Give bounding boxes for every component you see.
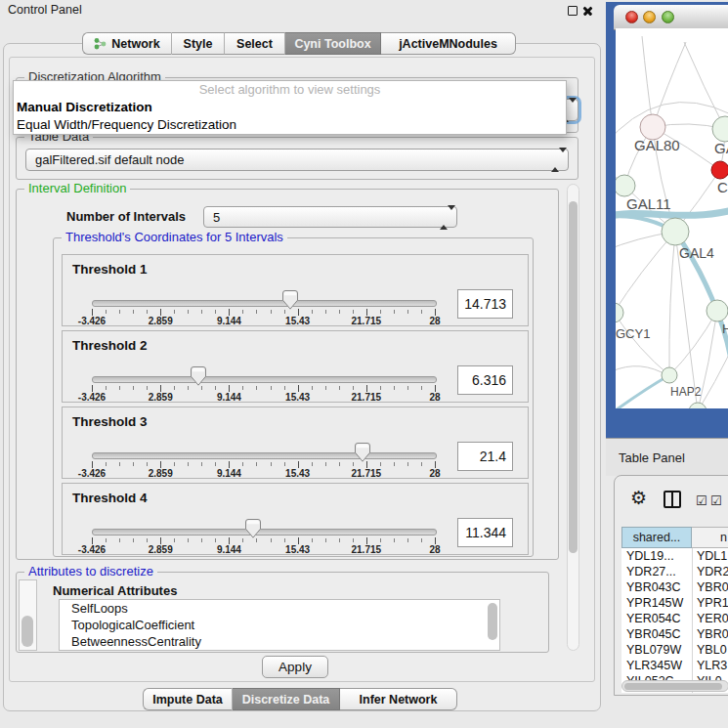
network-node-gcy1[interactable] [616,303,623,322]
tab-impute-data[interactable]: Impute Data [143,688,233,710]
form-vertical-scrollbar[interactable] [567,184,579,651]
network-canvas[interactable]: GAL80GACGAL11GAL4GCY1HHAP2 [616,28,728,408]
select-check-icon[interactable]: ☑ [710,493,722,508]
columns-icon[interactable] [664,491,681,508]
list-item-selfloops[interactable]: SelfLoops [60,600,499,617]
cell-name[interactable]: YBR0 [697,626,728,642]
network-node-c[interactable] [711,161,728,179]
scrollbar-thumb[interactable] [21,616,33,647]
slider-thumb[interactable] [245,519,261,538]
scrollbar-thumb[interactable] [488,603,497,640]
network-edge[interactable] [616,366,662,375]
tab-cyni-toolbox[interactable]: Cyni Toolbox [285,32,381,55]
threshold-value-field[interactable]: 6.316 [457,365,513,395]
cell-shared-name[interactable]: YBL079W [626,642,681,658]
tick-mark [298,385,299,392]
cell-shared-name[interactable]: YDL19... [626,548,674,564]
slider-track[interactable] [92,300,437,307]
table-row[interactable]: YDL19...YDL1 [621,548,728,564]
algorithm-option-manual-discretization[interactable]: Manual Discretization [14,99,566,116]
table-row[interactable]: YLR345WYLR3 [621,658,728,673]
tick-mark [133,538,134,542]
network-node[interactable] [689,403,707,408]
zoom-traffic-light-icon[interactable] [662,11,674,23]
network-node-hap2[interactable] [662,367,677,383]
slider-thumb[interactable] [355,443,370,462]
slider-thumb[interactable] [191,366,206,386]
network-window-titlebar[interactable] [614,5,728,30]
top-tab-bar: NetworkStyleSelectCyni ToolboxjActiveMNo… [82,32,516,55]
network-edge[interactable] [669,232,675,375]
network-edge[interactable] [642,36,653,127]
tab-infer-network[interactable]: Infer Network [340,688,457,710]
list-item-betweennesscentrality[interactable]: BetweennessCentrality [60,633,499,650]
cell-name[interactable]: YBL0 [697,642,727,658]
tick-mark [119,538,120,542]
network-edge[interactable] [684,42,725,129]
column-header-name[interactable]: n [692,527,728,548]
scrollbar-thumb[interactable] [624,683,722,690]
scrollbar-thumb[interactable] [569,201,578,553]
apply-button[interactable]: Apply [262,656,328,678]
select-all-check-icon[interactable]: ☑ [696,493,707,508]
slider-track[interactable] [92,376,437,383]
algorithm-option-equal-width-frequency-discretization[interactable]: Equal Width/Frequency Discretization [14,116,566,134]
tab-network[interactable]: Network [82,32,172,55]
slider-track[interactable] [92,452,437,459]
threshold-value-field[interactable]: 11.344 [457,518,513,547]
cell-shared-name[interactable]: YPR145W [626,595,683,611]
network-edge[interactable] [616,313,669,375]
network-node-h[interactable] [707,300,728,321]
close-traffic-light-icon[interactable] [625,11,638,23]
slider-thumb[interactable] [282,290,298,310]
cell-shared-name[interactable]: YDR27... [626,564,676,579]
network-edge[interactable] [698,351,728,408]
tab-select[interactable]: Select [225,32,285,55]
gear-icon[interactable]: ⚙ [630,488,647,509]
cell-name[interactable]: YLR3 [697,658,727,673]
cell-name[interactable]: YER0 [697,611,728,626]
cell-shared-name[interactable]: YLR345W [626,658,682,673]
threshold-value-field[interactable]: 14.713 [457,289,513,319]
float-window-icon[interactable] [568,6,578,16]
table-data-combobox[interactable]: galFiltered.sif default node [25,149,569,171]
table-row[interactable]: YPR145WYPR1 [621,595,728,611]
network-node-gal11[interactable] [616,175,635,196]
cell-name[interactable]: YDL1 [697,548,727,564]
tab-jactivemnodules[interactable]: jActiveMNodules [381,32,516,55]
table-horizontal-scrollbar[interactable] [621,680,728,692]
tick-mark [353,538,354,542]
network-edge[interactable] [669,311,717,375]
cell-shared-name[interactable]: YBR045C [626,626,681,642]
network-node-gal4[interactable] [662,218,689,245]
tab-style[interactable]: Style [172,32,225,55]
list-item-topologicalcoefficient[interactable]: TopologicalCoefficient [60,617,499,633]
network-edge-highlighted[interactable] [616,375,669,408]
network-node-ga[interactable] [712,116,728,142]
cell-shared-name[interactable]: YBR043C [626,579,681,595]
cell-shared-name[interactable]: YER054C [626,611,681,626]
tick-mark [325,386,326,390]
attributes-left-scrollbar[interactable] [19,579,37,651]
numerical-attributes-list[interactable]: SelfLoopsTopologicalCoefficientBetweenne… [59,599,500,651]
tab-discretize-data[interactable]: Discretize Data [233,688,340,710]
close-icon[interactable] [581,4,594,17]
table-row[interactable]: YBR045CYBR0 [621,626,728,642]
node-label: GAL80 [634,137,680,153]
table-row[interactable]: YDR27...YDR2 [621,564,728,579]
table-row[interactable]: YER054CYER0 [621,611,728,626]
table-row[interactable]: YBL079WYBL0 [621,642,728,658]
threshold-label: Threshold 4 [72,491,148,505]
minimize-traffic-light-icon[interactable] [643,11,656,23]
cell-name[interactable]: YBR0 [697,579,728,595]
column-header-shared-name[interactable]: shared... [621,527,692,548]
number-of-intervals-combobox[interactable]: 5 [203,206,457,228]
threshold-value-field[interactable]: 21.4 [457,442,513,471]
table-row[interactable]: YBR043CYBR0 [621,579,728,595]
cell-name[interactable]: YPR1 [697,595,728,611]
network-edge[interactable] [653,42,686,127]
node-table[interactable]: YDL19...YDL1YDR27...YDR2YBR043CYBR0YPR14… [621,548,728,693]
tick-mark [312,386,313,390]
cell-name[interactable]: YDR2 [697,564,728,579]
slider-track[interactable] [92,529,437,535]
